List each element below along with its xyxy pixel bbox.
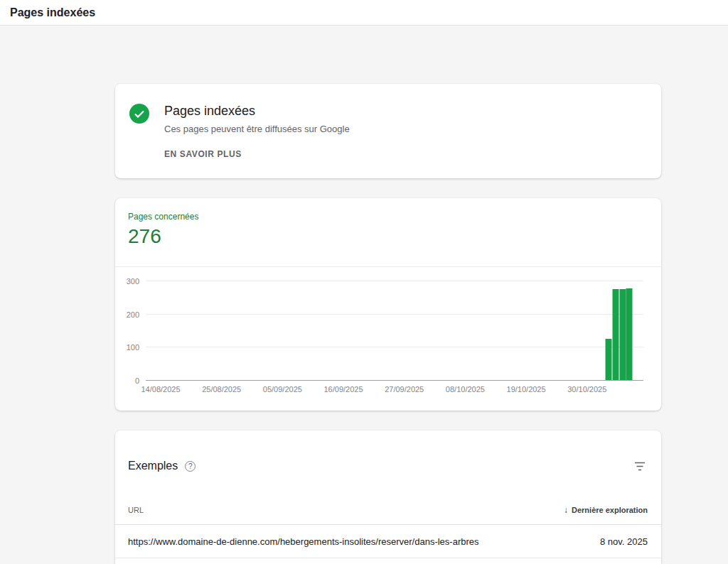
- page-title: Pages indexées: [10, 6, 95, 19]
- metric-toggle[interactable]: Pages concernées 276: [115, 198, 661, 266]
- chart-bar[interactable]: [619, 289, 626, 380]
- chart-x-tick-label: 14/08/2025: [141, 385, 180, 394]
- chart-gridline: [146, 347, 643, 347]
- chart-x-tick-label: 05/09/2025: [263, 385, 302, 394]
- chart-y-axis: 0100200300: [115, 281, 139, 381]
- sort-desc-icon: ↓: [564, 505, 568, 515]
- filter-icon[interactable]: [634, 462, 646, 471]
- help-icon[interactable]: ?: [185, 461, 196, 472]
- main-content: Pages indexées Ces pages peuvent être di…: [0, 26, 728, 564]
- chart-bar[interactable]: [606, 339, 612, 380]
- chart-y-tick-label: 200: [127, 310, 139, 318]
- cards-column: Pages indexées Ces pages peuvent être di…: [115, 84, 661, 564]
- examples-table: URL ↓ Dernière exploration https://www.d…: [115, 496, 661, 558]
- status-title: Pages indexées: [164, 104, 350, 119]
- chart-x-tick-label: 19/10/2025: [507, 385, 546, 394]
- chart-bar[interactable]: [626, 288, 633, 380]
- table-row[interactable]: https://www.domaine-de-dienne.com/heberg…: [115, 525, 661, 558]
- chart-gridline: [146, 281, 643, 281]
- examples-title: Exemples: [128, 460, 178, 472]
- status-card: Pages indexées Ces pages peuvent être di…: [115, 84, 661, 178]
- chart-x-axis: 14/08/202525/08/202505/09/202516/09/2025…: [146, 385, 643, 396]
- valid-check-icon: [129, 104, 149, 124]
- metric-label: Pages concernées: [128, 212, 648, 222]
- column-header-last-crawl[interactable]: ↓ Dernière exploration: [564, 505, 648, 515]
- column-header-url[interactable]: URL: [128, 506, 144, 514]
- chart-x-tick-label: 27/09/2025: [385, 385, 424, 394]
- chart-gridline: [146, 380, 643, 381]
- chart-y-tick-label: 100: [127, 344, 139, 352]
- learn-more-link[interactable]: EN SAVOIR PLUS: [164, 149, 242, 159]
- status-text: Pages indexées Ces pages peuvent être di…: [164, 104, 350, 160]
- chart-bar[interactable]: [612, 289, 619, 380]
- column-header-last-crawl-label: Dernière exploration: [572, 506, 648, 514]
- row-url[interactable]: https://www.domaine-de-dienne.com/heberg…: [128, 536, 479, 547]
- chart-plot: [146, 281, 643, 381]
- chart-x-tick-label: 16/09/2025: [324, 385, 363, 394]
- indexed-pages-chart: 0100200300 14/08/202525/08/202505/09/202…: [115, 267, 661, 410]
- chart-x-tick-label: 30/10/2025: [567, 385, 606, 394]
- table-header-row: URL ↓ Dernière exploration: [115, 496, 661, 525]
- chart-x-tick-label: 25/08/2025: [202, 385, 241, 394]
- examples-header: Exemples ?: [115, 430, 661, 472]
- chart-y-tick-label: 300: [127, 278, 139, 286]
- page-header: Pages indexées: [0, 0, 728, 26]
- examples-card: Exemples ? URL ↓ Dernière exploration: [115, 430, 661, 564]
- status-subtitle: Ces pages peuvent être diffusées sur Goo…: [164, 124, 350, 134]
- chart-y-tick-label: 0: [135, 377, 139, 385]
- chart-gridline: [146, 314, 643, 315]
- metric-value: 276: [128, 225, 648, 248]
- metric-chart-card: Pages concernées 276 0100200300 14/08/20…: [115, 198, 661, 411]
- chart-x-tick-label: 08/10/2025: [446, 385, 485, 394]
- row-last-crawl-date: 8 nov. 2025: [600, 536, 648, 547]
